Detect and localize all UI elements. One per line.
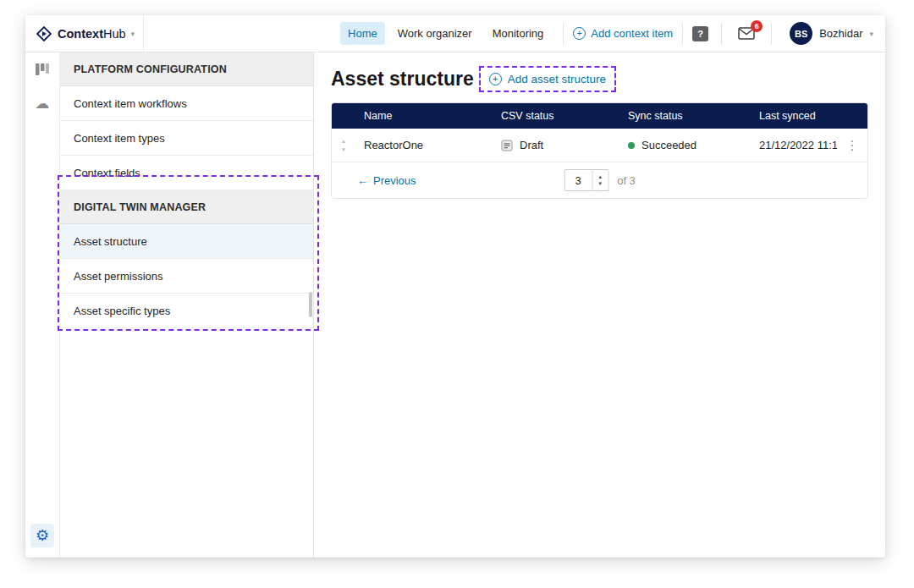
icon-rail: ☁ ⚙ xyxy=(25,52,60,558)
topbar-right: Home Work organizer Monitoring + Add con… xyxy=(338,22,885,45)
page-number-input[interactable] xyxy=(564,169,592,191)
topbar-divider xyxy=(563,23,564,45)
nav-item-monitoring[interactable]: Monitoring xyxy=(485,22,552,45)
success-dot-icon xyxy=(628,142,635,149)
brand-name-bold: Context xyxy=(58,27,103,41)
table-header-last-synced: Last synced xyxy=(751,110,837,122)
table-footer: ← Previous ▲ ▼ of 3 xyxy=(332,162,867,198)
table-header-sync-status: Sync status xyxy=(619,110,751,122)
brand: ContextHub ▾ xyxy=(25,15,144,52)
gear-icon: ⚙ xyxy=(36,528,49,543)
sidebar-item-asset-structure[interactable]: Asset structure xyxy=(60,224,313,259)
row-last-synced: 21/12/2022 11:15:... xyxy=(759,139,837,151)
user-name: Bozhidar xyxy=(819,27,862,40)
topbar-divider xyxy=(682,23,683,45)
row-sync-status: Succeeded xyxy=(641,139,697,151)
plus-circle-icon: + xyxy=(573,27,586,40)
page-title: Asset structure xyxy=(331,68,474,91)
app-window: ContextHub ▾ Home Work organizer Monitor… xyxy=(25,15,885,558)
notification-count-badge: 6 xyxy=(751,20,763,32)
page-stepper[interactable]: ▲ ▼ xyxy=(592,169,608,191)
section-header-platform-configuration: PLATFORM CONFIGURATION xyxy=(60,52,313,86)
row-drag-handle[interactable]: ▲ ▼ xyxy=(341,139,346,152)
cloud-button[interactable]: ☁ xyxy=(25,86,59,120)
topbar-divider xyxy=(721,23,722,45)
dashboard-button[interactable] xyxy=(25,52,59,86)
row-csv-status: Draft xyxy=(520,139,543,151)
notifications-button[interactable]: 6 xyxy=(738,27,755,40)
add-context-item-button[interactable]: + Add context item xyxy=(573,27,673,40)
add-asset-structure-button[interactable]: + Add asset structure xyxy=(489,73,606,85)
user-menu[interactable]: BS Bozhidar ▾ xyxy=(790,22,873,45)
add-asset-structure-label: Add asset structure xyxy=(508,73,606,85)
user-chevron-down-icon: ▾ xyxy=(869,30,873,38)
settings-button[interactable]: ⚙ xyxy=(30,524,54,547)
add-context-item-label: Add context item xyxy=(591,27,673,40)
section-header-digital-twin-manager: DIGITAL TWIN MANAGER xyxy=(60,190,313,224)
sidebar-item-asset-permissions[interactable]: Asset permissions xyxy=(60,259,313,294)
sidebar-scrollbar[interactable] xyxy=(309,292,312,317)
previous-label: Previous xyxy=(373,174,416,187)
sidebar: PLATFORM CONFIGURATION Context item work… xyxy=(60,52,314,558)
arrow-left-icon: ← xyxy=(357,174,368,187)
previous-page-link[interactable]: ← Previous xyxy=(357,174,416,187)
table-header-row: Name CSV status Sync status Last synced xyxy=(332,103,867,129)
table-header-name: Name xyxy=(355,110,493,122)
topbar: ContextHub ▾ Home Work organizer Monitor… xyxy=(25,15,885,52)
topbar-divider xyxy=(771,23,772,45)
cell-csv-status: Draft xyxy=(493,139,619,151)
nav-item-work-organizer[interactable]: Work organizer xyxy=(390,22,480,45)
stepper-up-icon: ▲ xyxy=(597,174,603,179)
dashboard-icon xyxy=(35,62,50,77)
cell-last-synced: 21/12/2022 11:15:... xyxy=(751,139,837,151)
table-header-csv-status: CSV status xyxy=(493,110,619,122)
plus-circle-icon: + xyxy=(489,73,502,85)
brand-name: ContextHub xyxy=(58,27,126,41)
caret-up-icon: ▲ xyxy=(341,139,346,144)
cell-sync-status: Succeeded xyxy=(619,139,751,151)
page-total-label: of 3 xyxy=(617,174,636,187)
row-actions-menu-icon[interactable]: ⋮ xyxy=(837,138,867,153)
contexthub-logo-icon xyxy=(36,25,52,42)
row-name: ReactorOne xyxy=(364,139,423,151)
table-row: ▲ ▼ ReactorOne xyxy=(332,129,867,162)
cell-name: ReactorOne xyxy=(355,139,493,151)
app-body: ☁ ⚙ PLATFORM CONFIGURATION Context item … xyxy=(25,52,885,558)
brand-name-light: Hub xyxy=(103,27,126,41)
asset-structure-table: Name CSV status Sync status Last synced … xyxy=(331,102,868,199)
sidebar-item-context-item-types[interactable]: Context item types xyxy=(60,121,313,156)
pagination-control: ▲ ▼ of 3 xyxy=(564,169,636,191)
caret-down-icon: ▼ xyxy=(341,147,346,152)
sidebar-item-asset-specific-types[interactable]: Asset specific types xyxy=(60,294,313,328)
sidebar-item-context-fields[interactable]: Context fields xyxy=(60,156,313,190)
stepper-down-icon: ▼ xyxy=(597,181,603,186)
title-row: Asset structure + Add asset structure xyxy=(331,66,868,92)
help-icon[interactable]: ? xyxy=(692,26,708,41)
nav-item-home[interactable]: Home xyxy=(340,22,385,45)
sidebar-item-context-item-workflows[interactable]: Context item workflows xyxy=(60,86,313,121)
cloud-icon: ☁ xyxy=(36,96,50,111)
annotation-add-asset-structure: + Add asset structure xyxy=(479,66,616,92)
brand-chevron-down-icon[interactable]: ▾ xyxy=(131,30,135,38)
avatar: BS xyxy=(790,22,812,45)
draft-document-icon xyxy=(501,140,513,151)
main-content: Asset structure + Add asset structure Na… xyxy=(314,52,885,558)
